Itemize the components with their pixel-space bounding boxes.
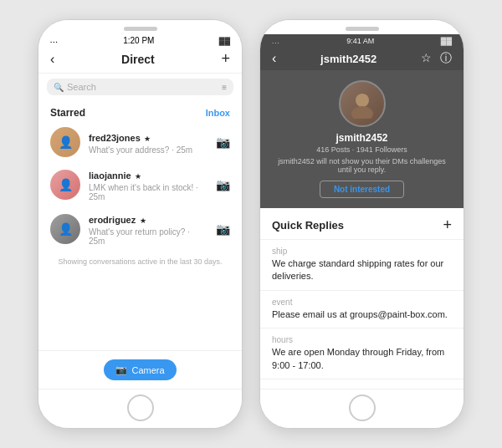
profile-avatar [339,80,386,127]
phone2-top-bar [260,20,464,34]
conv-name-erod: erodriguez ★ [89,211,207,227]
conv-info-erod: erodriguez ★ What's your return policy? … [89,211,207,246]
search-placeholder: Search [67,82,96,92]
quick-reply-item-event[interactable]: event Please email us at groups@paint-bo… [260,291,464,328]
conv-info-liao: liaojannie ★ LMK when it's back in stock… [89,167,207,201]
conv-info-fred: fred23jones ★ What's your address? · 25m [89,130,207,155]
hint-text: Showing conversations active in the last… [38,251,242,272]
phone2-content: Quick Replies + ship We charge standard … [260,208,464,389]
phone2-nav-username: jsmith2452 [320,53,376,65]
quick-reply-item-ship[interactable]: ship We charge standard shipping rates f… [260,240,464,291]
camera-button[interactable]: 📷 Camera [104,359,176,380]
phone2-status-bar: ... 9:41 AM ▓▓ [260,34,464,47]
avatar-fred: 👤 [50,127,80,157]
phone2-status-time: 9:41 AM [346,37,374,45]
conv-preview-fred: What's your address? · 25m [89,145,207,155]
svg-point-0 [356,94,369,107]
search-icon: 🔍 [54,83,64,92]
filter-icon[interactable]: ≡ [222,83,227,92]
phone1-bottom: 📷 Camera [38,350,242,389]
phone2-home-button[interactable] [349,395,376,421]
avatar-liao: 👤 [50,170,80,200]
phone2-speaker [346,27,379,31]
phone2-profile-section: jsmith2452 416 Posts · 1941 Followers js… [260,70,464,208]
phone-bottom-home [38,389,242,428]
qr-shortcut-event: event [272,298,452,307]
qr-shortcut-ship: ship [272,247,452,256]
phone1-content: Starred Inbox 👤 fred23jones ★ What's you… [38,100,242,350]
phone2-star-icon[interactable]: ☆ [421,51,432,66]
status-time: 1:20 PM [123,36,154,45]
inbox-link[interactable]: Inbox [206,108,230,118]
conv-preview-erod: What's your return policy? · 25m [89,227,207,246]
status-dots: ... [50,37,59,44]
search-inner[interactable]: 🔍 Search ≡ [47,79,233,95]
qr-shortcut-hours: hours [272,335,452,344]
qr-message-hours: We are open Monday through Friday, from … [272,346,452,372]
camera-btn-label: Camera [131,365,164,375]
phone1-nav: ‹ Direct + [38,47,242,74]
profile-username: jsmith2452 [336,132,387,144]
add-quick-reply-button[interactable]: + [443,216,452,234]
phone2-status-battery: ▓▓ [441,37,452,45]
profile-stats: 416 Posts · 1941 Followers [316,145,407,154]
conversation-item-liao[interactable]: 👤 liaojannie ★ LMK when it's back in sto… [38,162,242,206]
phone-direct: ... 1:20 PM ▓▓ ‹ Direct + 🔍 Search ≡ Sta… [38,19,243,429]
qr-message-ship: We charge standard shipping rates for ou… [272,257,452,283]
quick-replies-header: Quick Replies + [260,208,464,240]
home-button[interactable] [127,395,154,421]
profile-desc: jsmith2452 will not show you their DMs c… [270,157,453,174]
phone2-bottom-home [260,389,464,428]
profile-avatar-svg [347,89,377,119]
avatar-erod: 👤 [50,214,80,244]
camera-btn-icon: 📷 [115,364,127,375]
phone2-nav-icons: ☆ ⓘ [421,51,452,66]
quick-replies-title: Quick Replies [272,219,344,232]
conversation-item-erod[interactable]: 👤 erodriguez ★ What's your return policy… [38,206,242,251]
phone2-status-dots: ... [272,38,280,45]
starred-section-header: Starred Inbox [38,100,242,122]
qr-message-event: Please email us at groups@paint-box.com. [272,308,452,321]
phone-top-bar [38,20,242,34]
not-interested-button[interactable]: Not interested [320,181,404,198]
conv-name-liao: liaojannie ★ [89,167,207,182]
phone-quick-replies: ... 9:41 AM ▓▓ ‹ jsmith2452 ☆ ⓘ jsmith24… [259,19,464,429]
nav-title: Direct [121,53,155,66]
camera-icon-fred[interactable]: 📷 [216,135,230,149]
search-bar: 🔍 Search ≡ [38,74,242,100]
quick-reply-item-hours[interactable]: hours We are open Monday through Friday,… [260,328,464,379]
status-battery: ▓▓ [219,37,230,45]
phones-container: ... 1:20 PM ▓▓ ‹ Direct + 🔍 Search ≡ Sta… [21,3,481,445]
phone1-status-bar: ... 1:20 PM ▓▓ [38,34,242,47]
conv-name-fred: fred23jones ★ [89,130,207,145]
conv-preview-liao: LMK when it's back in stock! · 25m [89,183,207,201]
back-button[interactable]: ‹ [50,52,54,67]
phone-speaker [124,27,157,31]
camera-icon-liao[interactable]: 📷 [216,178,230,191]
phone2-nav: ‹ jsmith2452 ☆ ⓘ [260,47,464,70]
starred-label: Starred [50,107,85,119]
phone2-back-button[interactable]: ‹ [272,51,276,66]
phone2-info-icon[interactable]: ⓘ [440,51,452,66]
conversation-item[interactable]: 👤 fred23jones ★ What's your address? · 2… [38,122,242,162]
compose-button[interactable]: + [221,50,230,68]
svg-point-1 [351,106,373,119]
camera-icon-erod[interactable]: 📷 [216,222,230,236]
